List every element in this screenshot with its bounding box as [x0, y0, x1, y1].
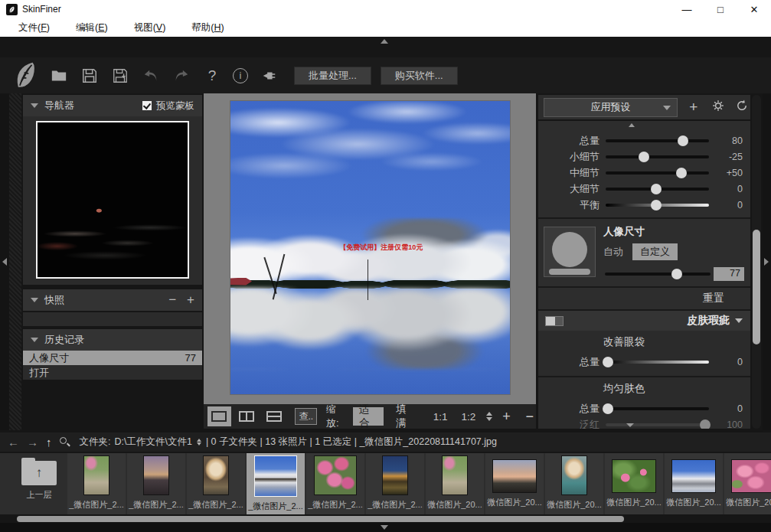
- custom-button[interactable]: 自定义: [632, 243, 678, 260]
- zoom-out-button[interactable]: −: [524, 409, 536, 425]
- skin-section-more-icon[interactable]: [626, 423, 634, 427]
- split-horizontal-view-button[interactable]: [263, 406, 286, 426]
- history-header[interactable]: 历史记录: [23, 329, 202, 351]
- buy-software-button[interactable]: 购买软件...: [381, 67, 458, 85]
- undo-icon[interactable]: [141, 66, 161, 86]
- sort-order-icon[interactable]: [197, 439, 201, 446]
- zoom-fit-button[interactable]: 适合: [353, 407, 384, 426]
- slider-thumb[interactable]: [700, 419, 711, 429]
- filmstrip-item[interactable]: 微信图片_20...: [426, 453, 484, 514]
- maximize-button[interactable]: □: [704, 0, 737, 18]
- face-preview-box[interactable]: [544, 227, 596, 277]
- settings-gear-icon[interactable]: [710, 99, 727, 116]
- collapse-right-icon[interactable]: [764, 258, 769, 266]
- snapshot-remove-button[interactable]: −: [168, 292, 176, 308]
- portrait-size-slider[interactable]: [605, 273, 711, 276]
- up-arrow-icon[interactable]: ↑: [46, 436, 52, 449]
- auto-button[interactable]: 自动: [603, 245, 623, 259]
- history-item-open[interactable]: 打开: [23, 365, 202, 380]
- single-view-button[interactable]: [207, 406, 231, 426]
- photo-preview[interactable]: 【免费试用】注册仅需10元: [230, 100, 511, 395]
- forward-arrow-icon[interactable]: →: [27, 436, 38, 449]
- search-icon[interactable]: [60, 437, 70, 448]
- history-item-portrait-size[interactable]: 人像尺寸 77: [23, 351, 202, 365]
- snapshot-add-button[interactable]: +: [187, 292, 194, 308]
- minimize-button[interactable]: —: [670, 0, 704, 18]
- view-truncated-button[interactable]: 查..: [295, 408, 317, 425]
- slider-thumb[interactable]: [639, 152, 649, 162]
- slider-thumb[interactable]: [678, 135, 688, 146]
- zoom-1-2-button[interactable]: 1:2: [456, 407, 482, 426]
- filmstrip-item[interactable]: _微信图片_2...: [187, 453, 245, 514]
- snapshot-header[interactable]: 快照 − +: [23, 289, 202, 311]
- right-panel-scrollbar[interactable]: [752, 95, 761, 429]
- scrollbar-thumb[interactable]: [753, 230, 760, 344]
- checkbox-checked-icon[interactable]: [142, 101, 152, 110]
- slider-track[interactable]: [606, 171, 709, 175]
- help-icon[interactable]: ?: [204, 67, 221, 84]
- portrait-size-value[interactable]: 77: [714, 267, 744, 281]
- save-as-icon[interactable]: [110, 66, 130, 86]
- filmstrip-item-selected[interactable]: _微信图片_2...: [247, 453, 305, 514]
- open-folder-icon[interactable]: [49, 66, 69, 86]
- scrolled-section-header[interactable]: [538, 121, 750, 130]
- skin-blemish-header[interactable]: 皮肤瑕疵: [538, 311, 750, 331]
- snapshot-collapse-icon[interactable]: [31, 298, 38, 302]
- navigator-collapse-icon[interactable]: [31, 103, 38, 108]
- navigator-header[interactable]: 导航器 预览蒙板: [23, 95, 202, 116]
- plug-icon[interactable]: [259, 66, 279, 86]
- menu-view[interactable]: 视图(V): [126, 20, 174, 36]
- save-icon[interactable]: [80, 66, 100, 86]
- filmstrip-item[interactable]: 微信图片_20...: [485, 453, 544, 514]
- back-arrow-icon[interactable]: ←: [8, 436, 19, 449]
- right-collapse-gutter[interactable]: [763, 93, 771, 430]
- preview-mask-checkbox[interactable]: 预览蒙板: [142, 100, 194, 113]
- history-collapse-icon[interactable]: [31, 338, 38, 342]
- close-button[interactable]: ✕: [737, 0, 771, 18]
- add-preset-button[interactable]: +: [685, 99, 702, 116]
- zoom-1-1-button[interactable]: 1:1: [427, 407, 454, 426]
- navigator-preview-mask[interactable]: [36, 121, 189, 279]
- zoom-fill-button[interactable]: 填满: [390, 407, 420, 426]
- filmstrip-item[interactable]: _微信图片_2...: [127, 453, 185, 514]
- slider-track[interactable]: [606, 423, 709, 426]
- menu-edit[interactable]: 编辑(E): [68, 20, 116, 36]
- redo-icon[interactable]: [172, 66, 191, 86]
- refresh-icon[interactable]: [733, 99, 750, 116]
- folder-up-item[interactable]: ↑ 上一层: [15, 455, 63, 513]
- filmstrip-item[interactable]: 微信图片_20...: [665, 453, 723, 514]
- filmstrip-item[interactable]: _微信图片_2...: [366, 453, 424, 514]
- apply-preset-dropdown[interactable]: 应用预设: [544, 98, 678, 117]
- filmstrip-item[interactable]: 微信图片_20...: [605, 453, 663, 514]
- reset-button[interactable]: 重置: [703, 292, 724, 305]
- slider-track[interactable]: [606, 155, 709, 158]
- menu-help[interactable]: 帮助(H): [184, 20, 231, 36]
- image-canvas[interactable]: 【免费试用】注册仅需10元: [204, 93, 536, 404]
- slider-track[interactable]: [606, 188, 709, 191]
- skin-blemish-toggle[interactable]: [545, 316, 564, 326]
- filmstrip-item[interactable]: 微信图片_20...: [545, 453, 603, 514]
- scrollbar-thumb[interactable]: [17, 516, 624, 522]
- slider-thumb[interactable]: [676, 168, 687, 178]
- collapse-top-icon[interactable]: [381, 39, 388, 44]
- filmstrip-item[interactable]: _微信图片_2...: [306, 453, 364, 514]
- split-vertical-view-button[interactable]: [235, 406, 259, 426]
- slider-thumb[interactable]: [651, 200, 662, 211]
- left-collapse-gutter[interactable]: [0, 93, 9, 430]
- slider-thumb[interactable]: [651, 184, 662, 194]
- slider-track[interactable]: [606, 139, 709, 142]
- batch-process-button[interactable]: 批量处理...: [294, 67, 371, 85]
- slider-track-gradient[interactable]: [606, 361, 709, 364]
- collapse-bottom-icon[interactable]: [381, 525, 388, 530]
- filmstrip-item[interactable]: _微信图片_2...: [67, 453, 126, 514]
- slider-thumb[interactable]: [603, 357, 613, 367]
- zoom-ratio-spinner[interactable]: [486, 412, 492, 421]
- slider-thumb[interactable]: [603, 403, 613, 414]
- info-icon[interactable]: i: [233, 68, 248, 83]
- slider-thumb[interactable]: [671, 269, 682, 279]
- slider-track-gradient[interactable]: [606, 204, 709, 207]
- slider-track[interactable]: [606, 407, 709, 410]
- filmstrip-item[interactable]: 微信图片_20...: [724, 453, 771, 514]
- collapse-left-icon[interactable]: [2, 258, 7, 266]
- zoom-in-button[interactable]: +: [500, 409, 512, 425]
